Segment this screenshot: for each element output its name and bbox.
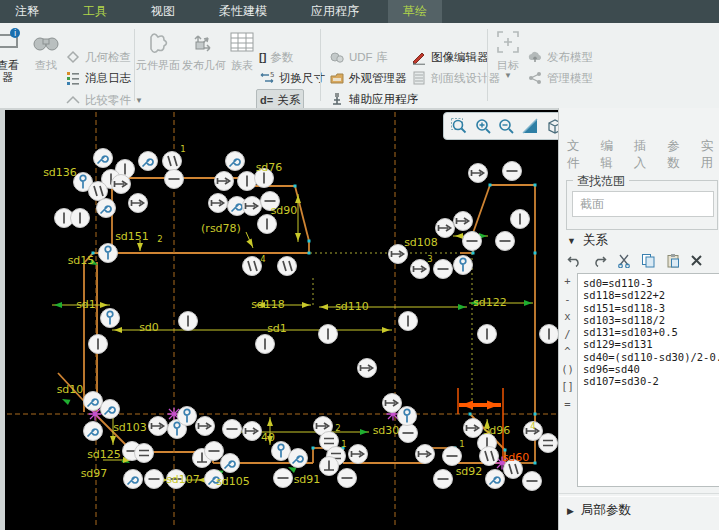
dimension-label[interactable]: sd15 [68, 254, 95, 267]
constraint-balloon[interactable] [71, 209, 90, 228]
dimension-label[interactable]: sd1 [267, 322, 287, 335]
constraint-balloon[interactable] [320, 457, 339, 476]
constraint-balloon[interactable] [89, 335, 108, 354]
panel-menu-编辑[interactable]: 编辑 [600, 138, 619, 172]
relation-row[interactable]: sd96=sd40 [578, 363, 719, 375]
constraint-balloon[interactable] [463, 232, 482, 251]
ribbon-tab-视图[interactable]: 视图 [136, 0, 190, 23]
zoom-out-button[interactable] [497, 117, 515, 135]
relations-editor[interactable]: sd0=sd110-3sd118=sd122+2sd151=sd118-3sd1… [577, 273, 719, 487]
operator-button[interactable]: = [564, 398, 570, 416]
constraint-balloon[interactable] [226, 152, 245, 171]
dimension-label[interactable]: sd91 [294, 473, 321, 486]
dimension-label[interactable]: 40 [261, 431, 275, 444]
image-editor-button[interactable]: 图像编辑器 [408, 47, 492, 67]
dimension-label[interactable]: sd151 [115, 230, 149, 243]
constraint-balloon[interactable] [89, 182, 108, 201]
constraint-balloon[interactable] [539, 434, 558, 453]
constraint-balloon[interactable] [139, 152, 158, 171]
constraint-balloon[interactable] [416, 445, 435, 464]
dimension-label[interactable]: sd125 [87, 448, 121, 461]
constraint-balloon[interactable] [124, 470, 143, 489]
constraint-balloon[interactable] [478, 325, 497, 344]
constraint-balloon[interactable] [256, 335, 275, 354]
constraint-balloon[interactable] [358, 359, 377, 378]
constraint-balloon[interactable] [243, 197, 262, 216]
family-table-button[interactable]: 族表 [224, 25, 260, 71]
auxiliary-applications-button[interactable]: 辅助应用程序 [326, 89, 421, 109]
refit-button[interactable] [521, 117, 539, 135]
constraint-balloon[interactable] [149, 417, 168, 436]
constraint-balloon[interactable] [94, 149, 113, 168]
constraint-balloon[interactable] [480, 447, 499, 466]
operator-button[interactable]: ^ [564, 345, 570, 363]
constraint-balloon[interactable] [179, 312, 198, 331]
paste-button[interactable] [666, 253, 680, 268]
dimension-label[interactable]: sd10 [57, 383, 84, 396]
dimension-label[interactable]: sd1 [76, 298, 96, 311]
constraint-balloon[interactable] [454, 212, 473, 231]
constraint-balloon[interactable] [84, 422, 103, 441]
operator-button[interactable]: [] [561, 380, 574, 398]
constraint-balloon[interactable] [135, 444, 154, 463]
constraint-balloon[interactable] [209, 194, 228, 213]
dimension-label[interactable]: (rsd78) [201, 222, 241, 235]
target-button[interactable]: 目标 ▼ [488, 25, 528, 80]
constraint-balloon[interactable] [383, 394, 402, 413]
ribbon-tab-草绘[interactable]: 草绘 [388, 0, 442, 23]
relation-row[interactable]: sd0=sd110-3 [578, 277, 719, 289]
dimension-label[interactable]: sd118 [251, 298, 285, 311]
message-log-button[interactable]: 消息日志 [62, 68, 134, 88]
dimension-label[interactable]: sd122 [473, 296, 507, 309]
constraint-balloon[interactable] [338, 469, 357, 488]
constraint-balloon[interactable] [486, 470, 505, 489]
constraint-balloon[interactable] [454, 256, 473, 275]
constraint-balloon[interactable] [503, 162, 522, 181]
switch-dimensions-button[interactable]: 5 切换尺寸 [256, 68, 328, 88]
relation-row[interactable]: sd103=sd118/2 [578, 314, 719, 326]
dimension-label[interactable]: sd90 [271, 204, 298, 217]
constraint-balloon[interactable] [319, 325, 338, 344]
operator-button[interactable]: x [564, 310, 570, 328]
sketch-line[interactable] [473, 185, 490, 233]
relation-row[interactable]: sd131=sd103+0.5 [578, 326, 719, 338]
dimension-label[interactable]: sd30 [373, 424, 400, 437]
selected-dimension-label[interactable]: sd60 [503, 451, 530, 464]
relation-row[interactable]: sd107=sd30-2 [578, 375, 719, 387]
constraint-balloon[interactable] [129, 194, 148, 213]
redo-button[interactable] [592, 254, 607, 267]
constraint-balloon[interactable] [540, 325, 559, 344]
manage-model-button[interactable]: 管理模型 [524, 68, 596, 88]
ribbon-tab-应用程序[interactable]: 应用程序 [296, 0, 374, 23]
appearance-manager-button[interactable]: 外观管理器 [326, 68, 410, 88]
cut-button[interactable] [617, 254, 631, 268]
constraint-balloon[interactable] [289, 449, 308, 468]
constraint-balloon[interactable] [223, 420, 242, 439]
constraint-balloon[interactable] [243, 422, 262, 441]
constraint-balloon[interactable] [274, 469, 293, 488]
component-interface-button[interactable]: 元件界面 [134, 25, 182, 71]
constraint-balloon[interactable] [443, 447, 462, 466]
delete-button[interactable] [690, 254, 703, 267]
zoom-window-button[interactable] [450, 117, 468, 135]
operator-button[interactable]: - [564, 293, 570, 311]
constraint-balloon[interactable] [399, 312, 418, 331]
undo-button[interactable] [567, 254, 582, 267]
parameters-button[interactable]: [] 参数 [256, 47, 296, 67]
constraint-balloon[interactable] [272, 442, 291, 461]
udf-library-button[interactable]: UDF 库 [326, 47, 390, 67]
constraint-balloon[interactable] [436, 219, 455, 238]
constraint-balloon[interactable] [278, 257, 297, 276]
relation-row[interactable]: sd129=sd131 [578, 338, 719, 350]
relation-row[interactable]: sd40=(sd110-sd30)/2-0.5 [578, 351, 719, 363]
ribbon-tab-柔性建模[interactable]: 柔性建模 [204, 0, 282, 23]
publish-model-button[interactable]: 发布模型 [524, 47, 596, 67]
operator-button[interactable]: + [564, 275, 570, 293]
find-button[interactable]: 查找 [26, 25, 66, 71]
constraint-balloon[interactable] [165, 170, 184, 189]
constraint-balloon[interactable] [101, 400, 120, 419]
dimension-label[interactable]: sd0 [139, 321, 159, 334]
constraint-balloon[interactable] [101, 309, 120, 328]
constraint-balloon[interactable] [258, 215, 277, 234]
constraint-balloon[interactable] [178, 407, 197, 426]
